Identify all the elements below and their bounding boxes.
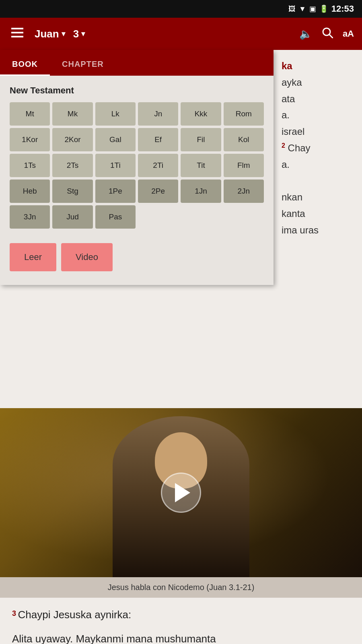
books-row-4: Heb Stg 1Pe 2Pe 1Jn 2Jn [10,180,264,203]
video-thumbnail[interactable] [0,408,362,577]
book-1jn[interactable]: 1Jn [181,180,221,203]
book-2jn[interactable]: 2Jn [224,180,264,203]
book-2kor[interactable]: 2Kor [52,128,93,151]
sim-icon: ▣ [309,4,316,13]
book-kkk[interactable]: Kkk [181,102,221,126]
book-rom[interactable]: Rom [224,102,264,126]
leer-button[interactable]: Leer [10,243,56,271]
red-text: ka [282,60,292,71]
book-1kor[interactable]: 1Kor [10,128,50,151]
chapter-dropdown-arrow: ▾ [81,29,85,38]
section-title: New Testament [10,85,264,96]
svg-rect-1 [11,32,23,33]
book-2ts[interactable]: 2Ts [52,154,93,177]
book-name: Juan [35,28,59,40]
book-dropdown-arrow: ▾ [62,29,65,38]
image-icon: 🖼 [288,5,296,13]
tab-bar: BOOK CHAPTER [0,50,274,76]
tab-book[interactable]: BOOK [0,54,50,76]
bottom-buttons: Leer Video [10,231,264,275]
verse-num-3: 3 [12,609,16,617]
book-chapter-panel: BOOK CHAPTER New Testament Mt Mk Lk Jn K… [0,50,274,285]
chapter-selector[interactable]: 3 ▾ [73,28,85,40]
book-kol[interactable]: Kol [224,128,264,151]
status-bar: 🖼 ▼ ▣ 🔋 12:53 [0,0,362,18]
book-1ts[interactable]: 1Ts [10,154,50,177]
book-jn[interactable]: Jn [138,102,178,126]
search-icon[interactable] [322,27,333,41]
book-fil[interactable]: Fil [181,128,221,151]
verse-text-3: Chaypi Jesuska aynirka: [18,609,131,621]
book-2pe[interactable]: 2Pe [138,180,178,203]
book-gal[interactable]: Gal [95,128,136,151]
book-heb[interactable]: Heb [10,180,50,203]
books-row-5: 3Jn Jud Pas [10,205,264,229]
menu-button[interactable] [8,24,27,43]
svg-line-4 [329,35,333,38]
video-caption: Jesus habla con Nicodemo (Juan 3.1-21) [0,577,362,598]
books-row-3: 1Ts 2Ts 1Ti 2Ti Tit Flm [10,154,264,177]
book-jud[interactable]: Jud [52,205,93,229]
book-selector[interactable]: Juan ▾ [35,28,65,40]
app-bar-right: 🔈 aA [299,27,354,41]
status-icons: 🖼 ▼ ▣ 🔋 12:53 [288,4,354,14]
verse-3: 3 Chaypi Jesuska aynirka: [12,606,350,623]
book-tit[interactable]: Tit [181,154,221,177]
book-ef[interactable]: Ef [138,128,178,151]
clock: 12:53 [331,4,354,14]
background-text: ka ayka ata a. israel 2 Chay a. nkan kan… [274,50,362,247]
chapter-number: 3 [73,28,79,40]
book-stg[interactable]: Stg [52,180,93,203]
svg-rect-2 [11,36,23,37]
play-button[interactable] [161,473,201,513]
books-row-2: 1Kor 2Kor Gal Ef Fil Kol [10,128,264,151]
video-section: Jesus habla con Nicodemo (Juan 3.1-21) [0,408,362,598]
books-row-1: Mt Mk Lk Jn Kkk Rom [10,102,264,126]
battery-icon: 🔋 [319,4,328,13]
font-size-icon[interactable]: aA [343,29,354,39]
book-3jn[interactable]: 3Jn [10,205,50,229]
bible-text: 3 Chaypi Jesuska aynirka: Alita uyaway. … [0,598,362,644]
book-2ti[interactable]: 2Ti [138,154,178,177]
book-mt[interactable]: Mt [10,102,50,126]
book-mk[interactable]: Mk [52,102,93,126]
tab-chapter[interactable]: CHAPTER [50,54,116,76]
book-1pe[interactable]: 1Pe [95,180,136,203]
wifi-icon: ▼ [299,5,306,13]
book-1ti[interactable]: 1Ti [95,154,136,177]
verse-continuation: Alita uyaway. Maykanmi mana mushumanta [12,630,350,644]
verse-text-cont: Alita uyaway. Maykanmi mana mushumanta [12,633,216,644]
panel-content: New Testament Mt Mk Lk Jn Kkk Rom 1Kor 2… [0,76,274,285]
video-button[interactable]: Video [61,243,113,271]
book-flm[interactable]: Flm [224,154,264,177]
svg-rect-0 [11,28,23,29]
audio-icon[interactable]: 🔈 [299,28,312,40]
app-bar: Juan ▾ 3 ▾ 🔈 aA [0,18,362,50]
book-lk[interactable]: Lk [95,102,136,126]
book-pas[interactable]: Pas [95,205,136,229]
play-icon [175,483,190,502]
